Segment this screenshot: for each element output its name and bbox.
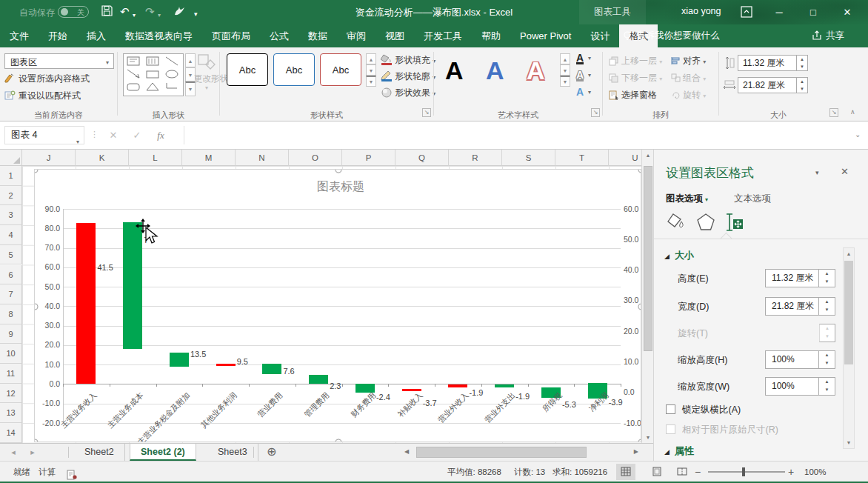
row-header-13[interactable]: 13 [0,403,22,423]
qat-customize-icon[interactable]: ▾ [194,7,198,21]
shape-style-preset-1[interactable]: Abc [227,53,268,86]
ribbon-display-options-icon[interactable] [741,6,752,21]
column-header-Q[interactable]: Q [395,150,449,166]
size-dialog-launcher[interactable]: ↘ [829,108,838,117]
paintbrush-icon[interactable] [173,5,187,20]
height-input[interactable]: 11.32 厘米 [765,269,819,287]
column-header-N[interactable]: N [236,150,289,166]
width-input[interactable]: 21.82 厘米 [765,297,819,316]
column-header-S[interactable]: S [502,150,555,166]
lock-aspect-ratio-checkbox[interactable] [666,404,675,414]
ribbon-tab-帮助[interactable]: 帮助 [472,24,510,47]
scale-height-spinner[interactable]: ▲▼ [819,350,835,369]
scroll-down-icon[interactable]: ▼ [643,432,653,443]
wordart-preset-2[interactable]: A [486,52,504,89]
shape-fill-button[interactable]: 形状填充 ▾ [381,54,435,67]
selection-handle[interactable] [34,439,39,443]
chart-bar-主营业务收入[interactable] [76,223,96,384]
ribbon-tab-视图[interactable]: 视图 [375,24,414,47]
column-header-O[interactable]: O [289,150,342,166]
vertical-scroll-thumb[interactable] [644,166,652,351]
scale-width-input[interactable]: 100% [765,377,819,396]
tab-chart-options[interactable]: 图表选项▾ [666,193,708,205]
ribbon-tab-文件[interactable]: 文件 [0,24,39,47]
ribbon-tab-审阅[interactable]: 审阅 [337,24,375,47]
formula-input[interactable] [184,126,850,144]
pane-dropdown-icon[interactable]: ▾ [815,169,819,176]
chart-bar-营业费用[interactable] [262,364,281,374]
horizontal-scrollbar[interactable]: ◀ ▶ [415,446,627,459]
expand-formula-bar-icon[interactable]: ⌄ [855,130,861,139]
sheet-nav-right-icon[interactable]: ▸ [25,444,40,461]
zoom-slider-thumb[interactable] [742,467,745,476]
shape-styles-scroll-down[interactable]: ▼ [366,64,376,76]
insert-shapes-gallery[interactable] [123,53,184,96]
wordart-preset-3[interactable]: A [527,52,545,89]
column-header-T[interactable]: T [555,150,609,166]
pane-scrollbar[interactable]: ▲ ▼ [843,247,855,449]
ribbon-tab-开始[interactable]: 开始 [39,24,77,47]
undo-icon[interactable]: ↶ [120,5,130,19]
shape-styles-more[interactable]: ▼ [366,76,376,87]
name-box-dropdown-icon[interactable]: ▾ [76,133,79,150]
wordart-dialog-launcher[interactable]: ↘ [591,108,600,117]
share-button[interactable]: 共享 [812,24,844,47]
column-header-R[interactable]: R [449,150,502,166]
row-header-14[interactable]: 14 [0,423,22,443]
pane-scroll-down-icon[interactable]: ▼ [844,437,854,448]
sheet-nav-left-icon[interactable]: ◂ [6,444,21,461]
zoom-slider-track[interactable] [708,471,785,473]
wordart-scroll-up[interactable]: ▲ [560,53,570,64]
horizontal-scroll-thumb[interactable] [416,447,587,458]
scroll-right-icon[interactable]: ▶ [634,448,638,455]
chart-bar-营业外收入[interactable] [448,384,467,387]
autosave-toggle[interactable]: 关 [58,6,89,18]
wordart-preset-1[interactable]: A [445,52,464,89]
width-spinner[interactable]: ▲▼ [819,297,835,316]
ribbon-tab-数据[interactable]: 数据 [298,24,337,47]
row-header-7[interactable]: 7 [0,284,22,304]
chart-bar-管理费用[interactable] [309,375,328,384]
selection-handle[interactable] [335,169,342,173]
text-effects-button[interactable]: A▾ [576,86,584,98]
ribbon-tab-开发工具[interactable]: 开发工具 [414,24,472,47]
row-header-1[interactable]: 1 [0,166,22,186]
sheet-tab-Sheet2[interactable]: Sheet2 [74,444,125,461]
size-properties-icon[interactable] [724,212,746,234]
zoom-level[interactable]: 100% [804,462,826,482]
row-header-10[interactable]: 10 [0,344,22,364]
column-header-P[interactable]: P [342,150,395,166]
shape-height-input[interactable]: 11.32 厘米 [738,55,797,71]
align-button[interactable]: 对齐 ▾ [671,55,706,67]
calculate-indicator[interactable]: 计算 [39,462,56,482]
format-selection-button[interactable]: 设置所选内容格式 [4,73,90,85]
shape-width-input[interactable]: 21.82 厘米 [738,77,797,93]
row-header-3[interactable]: 3 [0,205,22,225]
tell-me-box[interactable]: 告诉我你想要做什么 [622,24,720,47]
zoom-out-button[interactable]: − [695,462,701,482]
pane-close-icon[interactable]: ✕ [841,166,849,177]
new-sheet-button[interactable]: ⊕ [267,444,276,459]
shape-width-spinner[interactable]: ▲▼ [797,77,808,93]
normal-view-button[interactable] [616,464,635,480]
row-header-12[interactable]: 12 [0,384,22,404]
wordart-scroll-down[interactable]: ▼ [560,64,570,76]
row-header-5[interactable]: 5 [0,245,22,265]
row-header-11[interactable]: 11 [0,364,22,384]
row-header-9[interactable]: 9 [0,324,22,344]
row-header-8[interactable]: 8 [0,304,22,324]
ribbon-tab-页面布局[interactable]: 页面布局 [202,24,260,47]
tab-text-options[interactable]: 文本选项 [734,193,771,205]
scale-width-spinner[interactable]: ▲▼ [819,377,835,396]
scale-height-input[interactable]: 100% [765,350,819,369]
text-outline-button[interactable]: A▾ [576,69,584,81]
zoom-in-button[interactable]: + [788,462,794,482]
ribbon-tab-数据透视表向导[interactable]: 数据透视表向导 [116,24,202,47]
chart-bar-主营业务税金及附加[interactable] [170,353,189,367]
maximize-button[interactable]: □ [798,0,828,24]
effects-icon[interactable] [695,212,718,234]
ribbon-tab-设计[interactable]: 设计 [581,24,619,47]
selection-handle[interactable] [34,169,39,173]
wordart-more[interactable]: ▼ [560,76,570,87]
section-size[interactable]: ◢大小 [664,249,694,262]
